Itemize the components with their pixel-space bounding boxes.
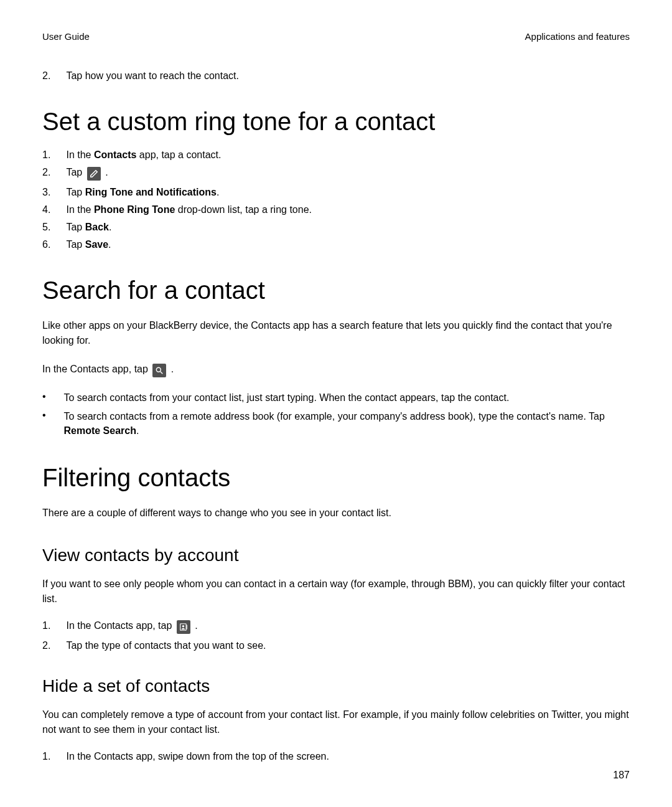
- ordered-item: 1. In the Contacts app, tap a contact.: [42, 149, 630, 161]
- list-text: In the Contacts app, tap .: [66, 620, 197, 634]
- list-text: Tap how you want to reach the contact.: [66, 70, 239, 82]
- search-icon: [152, 364, 166, 377]
- ordered-item: 2. Tap the type of contacts that you wan…: [42, 640, 630, 651]
- list-number: 6.: [42, 239, 63, 250]
- contacts-icon: [177, 620, 190, 634]
- list-number: 5.: [42, 222, 63, 233]
- ordered-item: 6. Tap Save.: [42, 239, 630, 250]
- list-text: Tap the type of contacts that you want t…: [66, 640, 266, 651]
- edit-icon: [87, 167, 101, 181]
- bullet-text: To search contacts from a remote address…: [63, 410, 611, 438]
- page: User Guide Applications and features 2. …: [0, 0, 672, 807]
- paragraph: There are a couple of different ways to …: [42, 506, 630, 521]
- list-number: 3.: [42, 187, 63, 198]
- section-heading-search: Search for a contact: [42, 276, 630, 304]
- svg-line-1: [161, 372, 163, 374]
- paragraph: You can completely remove a type of acco…: [42, 707, 630, 737]
- list-number: 2.: [42, 70, 63, 82]
- ordered-item: 2. Tap .: [42, 167, 630, 181]
- list-text: In the Contacts app, tap a contact.: [66, 149, 221, 161]
- paragraph: In the Contacts app, tap .: [42, 362, 630, 377]
- ordered-item: 3. Tap Ring Tone and Notifications.: [42, 187, 630, 198]
- bullet-item: • To search contacts from a remote addre…: [42, 410, 630, 438]
- list-text: In the Contacts app, swipe down from the…: [66, 751, 329, 762]
- list-text: Tap .: [66, 167, 108, 181]
- ordered-item: 4. In the Phone Ring Tone drop-down list…: [42, 204, 630, 215]
- ordered-item: 2. Tap how you want to reach the contact…: [42, 70, 630, 82]
- section-heading-ringtone: Set a custom ring tone for a contact: [42, 108, 630, 136]
- section-heading-filtering: Filtering contacts: [42, 464, 630, 492]
- ordered-item: 5. Tap Back.: [42, 222, 630, 233]
- paragraph: If you want to see only people whom you …: [42, 577, 630, 606]
- list-text: Tap Ring Tone and Notifications.: [66, 187, 219, 198]
- list-number: 1.: [42, 149, 63, 161]
- paragraph: Like other apps on your BlackBerry devic…: [42, 318, 630, 348]
- list-number: 1.: [42, 751, 63, 762]
- bullet-item: • To search contacts from your contact l…: [42, 391, 630, 405]
- page-header: User Guide Applications and features: [42, 31, 630, 42]
- list-text: Tap Save.: [66, 239, 111, 250]
- ordered-item: 1. In the Contacts app, tap .: [42, 620, 630, 634]
- header-left: User Guide: [42, 31, 90, 42]
- list-number: 2.: [42, 167, 63, 178]
- svg-point-3: [182, 625, 184, 628]
- list-number: 1.: [42, 620, 63, 631]
- bullet-mark: •: [42, 391, 61, 402]
- bullet-mark: •: [42, 410, 61, 421]
- list-number: 2.: [42, 640, 63, 651]
- subsection-heading-hide: Hide a set of contacts: [42, 676, 630, 696]
- subsection-heading-view: View contacts by account: [42, 545, 630, 565]
- svg-point-0: [157, 367, 161, 372]
- list-text: Tap Back.: [66, 222, 111, 233]
- header-right: Applications and features: [525, 31, 630, 42]
- page-number: 187: [613, 770, 630, 781]
- ordered-item: 1. In the Contacts app, swipe down from …: [42, 751, 630, 762]
- list-text: In the Phone Ring Tone drop-down list, t…: [66, 204, 312, 215]
- list-number: 4.: [42, 204, 63, 215]
- bullet-text: To search contacts from your contact lis…: [63, 391, 509, 405]
